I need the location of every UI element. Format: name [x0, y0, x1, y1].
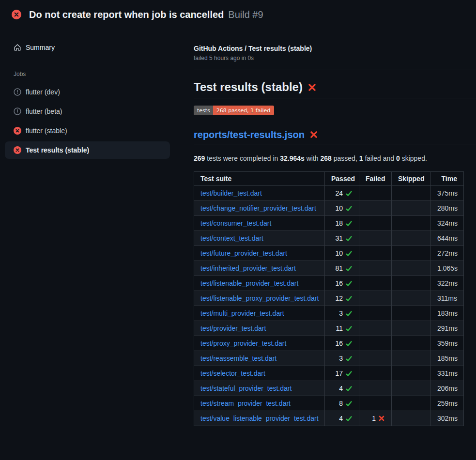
failed-cell [359, 261, 392, 276]
job-label: Test results (stable) [26, 146, 89, 154]
failed-cell: 1 [359, 411, 392, 426]
skipped-cell [392, 351, 431, 366]
skipped-cell [392, 231, 431, 246]
alert-circle-icon [14, 107, 21, 115]
check-mark-icon [345, 295, 353, 302]
check-mark-icon [345, 355, 353, 362]
col-skipped: Skipped [392, 172, 431, 186]
skipped-cell [392, 261, 431, 276]
badge-value: 268 passed, 1 failed [213, 106, 274, 115]
table-row: test/multi_provider_test.dart 3 183ms [194, 306, 464, 321]
check-mark-icon [345, 415, 353, 422]
col-failed: Failed [359, 172, 392, 186]
alert-circle-icon [14, 88, 21, 96]
tests-summary-line: 269 tests were completed in 32.964s with… [194, 153, 476, 163]
suite-link[interactable]: test/provider_test.dart [200, 324, 266, 332]
report-file-link[interactable]: reports/test-results.json [194, 128, 305, 141]
suite-link[interactable]: test/builder_test.dart [200, 189, 262, 197]
skipped-cell [392, 366, 431, 381]
suite-link[interactable]: test/multi_provider_test.dart [200, 309, 284, 317]
failed-cell [359, 246, 392, 261]
failed-cell [359, 336, 392, 351]
suite-link[interactable]: test/selector_test.dart [200, 369, 265, 377]
skipped-cell [392, 201, 431, 216]
total-count: 269 [194, 154, 205, 162]
job-label: flutter (dev) [26, 88, 60, 96]
table-row: test/listenable_proxy_provider_test.dart… [194, 291, 464, 306]
check-mark-icon [345, 340, 353, 347]
run-meta: failed 5 hours ago in 0s [194, 55, 476, 61]
sidebar-item-summary[interactable]: Summary [5, 40, 189, 55]
duration: 32.964s [280, 154, 305, 162]
build-results-page: Do not create report when job is cancell… [0, 0, 476, 460]
table-row: test/change_notifier_provider_test.dart … [194, 201, 464, 216]
check-mark-icon [345, 265, 353, 272]
suite-link[interactable]: test/inherited_provider_test.dart [200, 264, 296, 272]
failed-cell [359, 186, 392, 201]
sidebar-item-flutter-beta[interactable]: flutter (beta) [5, 103, 170, 120]
skipped-cell [392, 186, 431, 201]
failed-cell [359, 216, 392, 231]
cross-mark-icon [309, 130, 318, 139]
failed-cell [359, 201, 392, 216]
col-time: Time [431, 172, 464, 186]
sidebar-item-flutter-stable[interactable]: flutter (stable) [5, 122, 170, 139]
skipped-cell [392, 246, 431, 261]
suite-link[interactable]: test/listenable_provider_test.dart [200, 279, 298, 287]
x-circle-icon [14, 146, 21, 154]
breadcrumb: GitHub Actions / Test results (stable) [194, 45, 476, 53]
check-mark-icon [345, 205, 353, 212]
suite-link[interactable]: test/stream_provider_test.dart [200, 399, 291, 407]
passed-count: 268 [321, 154, 332, 162]
table-row: test/provider_test.dart 11 291ms [194, 321, 464, 336]
suite-link[interactable]: test/change_notifier_provider_test.dart [200, 204, 316, 212]
check-mark-icon [345, 325, 353, 332]
suite-link[interactable]: test/listenable_proxy_provider_test.dart [200, 294, 319, 302]
table-row: test/context_test.dart 31 644ms [194, 231, 464, 246]
section-title-row: Test results (stable) [194, 80, 476, 98]
failed-cell [359, 321, 392, 336]
fail-x-icon [378, 415, 385, 422]
skipped-cell [392, 396, 431, 411]
check-mark-icon [345, 235, 353, 242]
skipped-cell [392, 291, 431, 306]
check-mark-icon [345, 190, 353, 197]
sidebar-item-flutter-dev[interactable]: flutter (dev) [5, 83, 170, 101]
table-row: test/stateful_provider_test.dart 4 206ms [194, 381, 464, 396]
table-row: test/builder_test.dart 24 375ms [194, 186, 464, 201]
section-title: Test results (stable) [194, 80, 303, 94]
summary-label: Summary [26, 44, 55, 51]
failed-cell [359, 306, 392, 321]
home-icon [14, 44, 21, 51]
sidebar: Summary Jobs flutter (dev) flutter (beta… [0, 27, 189, 460]
table-header-row: Test suite Passed Failed Skipped Time [194, 172, 464, 186]
failed-x-circle-icon [12, 10, 21, 19]
check-mark-icon [345, 400, 353, 407]
job-label: flutter (stable) [26, 127, 67, 135]
suite-link[interactable]: test/stateful_provider_test.dart [200, 384, 292, 392]
sidebar-item-test-results-stable[interactable]: Test results (stable) [5, 141, 170, 159]
failed-cell [359, 231, 392, 246]
report-title-row: reports/test-results.json [194, 128, 476, 144]
main-content: GitHub Actions / Test results (stable) f… [189, 27, 476, 460]
check-mark-icon [345, 220, 353, 227]
suite-link[interactable]: test/future_provider_test.dart [200, 249, 287, 257]
build-title-line: Do not create report when job is cancell… [29, 9, 263, 20]
jobs-heading: Jobs [14, 71, 189, 77]
suite-link[interactable]: test/value_listenable_provider_test.dart [200, 414, 319, 422]
cross-mark-icon [307, 83, 317, 92]
skipped-cell [392, 276, 431, 291]
failed-cell [359, 381, 392, 396]
check-mark-icon [345, 370, 353, 377]
suite-link[interactable]: test/reassemble_test.dart [200, 354, 276, 362]
tests-status-badge: tests 268 passed, 1 failed [194, 106, 274, 115]
skipped-cell [392, 306, 431, 321]
skipped-cell [392, 411, 431, 426]
suite-link[interactable]: test/consumer_test.dart [200, 219, 271, 227]
build-number: Build #9 [228, 9, 263, 20]
suite-link[interactable]: test/context_test.dart [200, 234, 263, 242]
skipped-cell [392, 216, 431, 231]
suite-link[interactable]: test/proxy_provider_test.dart [200, 339, 286, 347]
job-label: flutter (beta) [26, 107, 62, 115]
table-row: test/inherited_provider_test.dart 81 1.0… [194, 261, 464, 276]
